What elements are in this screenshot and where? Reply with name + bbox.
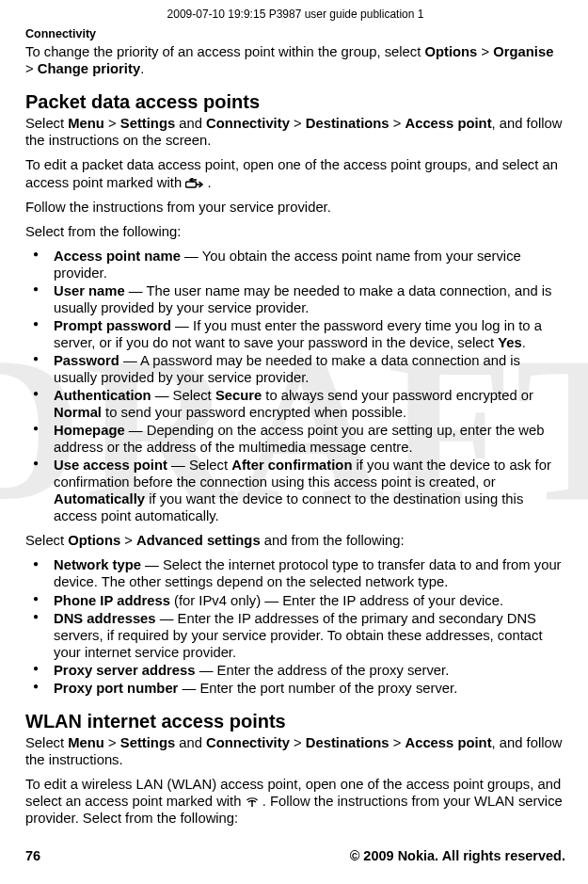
list-item: Authentication — Select Secure to always…	[42, 387, 565, 421]
list-item: Proxy server address — Enter the address…	[42, 662, 565, 679]
list-item: Use access point — Select After confirma…	[42, 457, 565, 524]
intro-priority: To change the priority of an access poin…	[25, 43, 565, 77]
list-item: DNS addresses — Enter the IP addresses o…	[42, 610, 565, 661]
wlan-edit: To edit a wireless LAN (WLAN) access poi…	[25, 776, 565, 827]
heading-packet: Packet data access points	[25, 90, 565, 113]
heading-wlan: WLAN internet access points	[25, 710, 565, 732]
list-item: User name — The user name may be needed …	[42, 282, 565, 316]
list-item: Network type — Select the internet proto…	[42, 556, 565, 590]
list-item: Proxy port number — Enter the port numbe…	[42, 680, 565, 697]
wlan-path: Select Menu > Settings and Connectivity …	[25, 734, 565, 768]
packet-data-icon	[185, 175, 207, 190]
svg-rect-0	[186, 182, 197, 187]
packet-list: Access point name — You obtain the acces…	[25, 248, 565, 525]
packet-advanced-path: Select Options > Advanced settings and f…	[25, 532, 565, 549]
packet-edit: To edit a packet data access point, open…	[25, 156, 565, 190]
wlan-icon	[246, 794, 262, 809]
packet-advanced-list: Network type — Select the internet proto…	[25, 556, 565, 696]
list-item: Access point name — You obtain the acces…	[42, 248, 565, 281]
header-meta: 2009-07-10 19:9:15 P3987 user guide publ…	[25, 8, 565, 22]
page-number: 76	[25, 848, 40, 865]
section-label: Connectivity	[25, 27, 565, 41]
svg-point-1	[250, 800, 252, 802]
list-item: Prompt password — If you must enter the …	[42, 317, 565, 351]
copyright: © 2009 Nokia. All rights reserved.	[350, 848, 565, 865]
list-item: Homepage — Depending on the access point…	[42, 422, 565, 456]
list-item: Password — A password may be needed to m…	[42, 352, 565, 386]
list-item: Phone IP address (for IPv4 only) — Enter…	[42, 592, 565, 609]
packet-select: Select from the following:	[25, 223, 565, 240]
packet-follow: Follow the instructions from your servic…	[25, 199, 565, 216]
packet-path: Select Menu > Settings and Connectivity …	[25, 115, 565, 149]
